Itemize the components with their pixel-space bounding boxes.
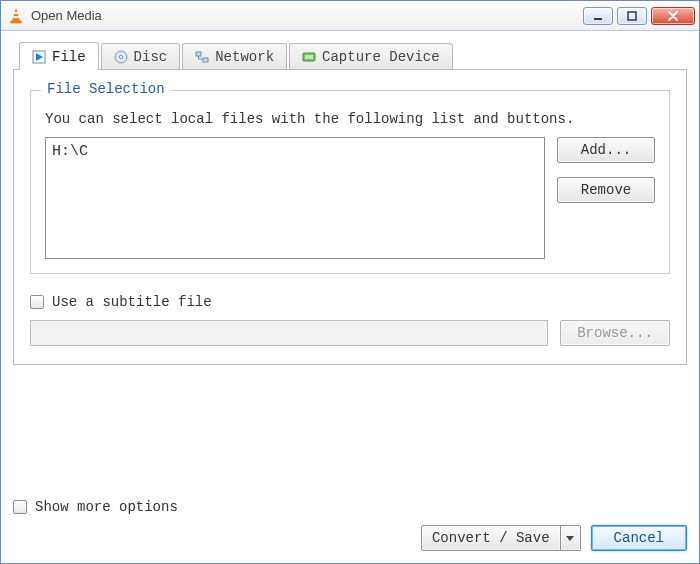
play-file-icon [32,50,46,64]
subtitle-section: Use a subtitle file Browse... [30,294,670,346]
file-selection-hint: You can select local files with the foll… [45,111,655,127]
open-media-dialog: Open Media File [0,0,700,564]
file-selection-group: File Selection You can select local file… [30,90,670,274]
minimize-button[interactable] [583,7,613,25]
maximize-button[interactable] [617,7,647,25]
svg-rect-1 [14,12,18,14]
use-subtitle-checkbox[interactable] [30,295,44,309]
svg-rect-10 [196,52,201,56]
client-area: File Disc Network Capture Device [1,31,699,563]
vlc-cone-icon [7,7,25,25]
close-button[interactable] [651,7,695,25]
svg-marker-14 [566,536,574,541]
svg-rect-4 [594,18,602,20]
tab-capture[interactable]: Capture Device [289,43,453,69]
cancel-button[interactable]: Cancel [591,525,687,551]
window-title: Open Media [31,8,583,23]
disc-icon [114,50,128,64]
tab-page-file: File Selection You can select local file… [13,69,687,365]
bottom-area: Show more options Convert / Save Cancel [13,489,687,551]
convert-save-button[interactable]: Convert / Save [421,525,561,551]
show-more-options-checkbox[interactable] [13,500,27,514]
tab-disc[interactable]: Disc [101,43,181,69]
capture-device-icon [302,50,316,64]
file-list[interactable]: H:\C [45,137,545,259]
tab-file[interactable]: File [19,42,99,70]
subtitle-path-input [30,320,548,346]
file-list-buttons: Add... Remove [557,137,655,203]
svg-rect-13 [305,55,313,59]
tab-capture-label: Capture Device [322,49,440,65]
browse-subtitle-button: Browse... [560,320,670,346]
dialog-actions: Convert / Save Cancel [13,525,687,551]
file-selection-legend: File Selection [41,81,171,97]
svg-rect-5 [628,12,636,20]
list-item[interactable]: H:\C [52,142,538,161]
window-controls [583,7,695,25]
add-button[interactable]: Add... [557,137,655,163]
tab-file-label: File [52,49,86,65]
tabstrip: File Disc Network Capture Device [13,41,687,69]
tab-network[interactable]: Network [182,43,287,69]
tab-network-label: Network [215,49,274,65]
use-subtitle-label: Use a subtitle file [52,294,212,310]
titlebar: Open Media [1,1,699,31]
remove-button[interactable]: Remove [557,177,655,203]
network-icon [195,50,209,64]
svg-point-9 [119,55,122,58]
convert-save-dropdown[interactable] [561,525,581,551]
svg-rect-2 [13,16,19,18]
show-more-options-label: Show more options [35,499,178,515]
chevron-down-icon [566,530,574,546]
tab-disc-label: Disc [134,49,168,65]
svg-marker-0 [13,9,20,21]
svg-rect-3 [11,21,21,23]
convert-save-splitbutton[interactable]: Convert / Save [421,525,581,551]
svg-rect-11 [203,58,208,62]
